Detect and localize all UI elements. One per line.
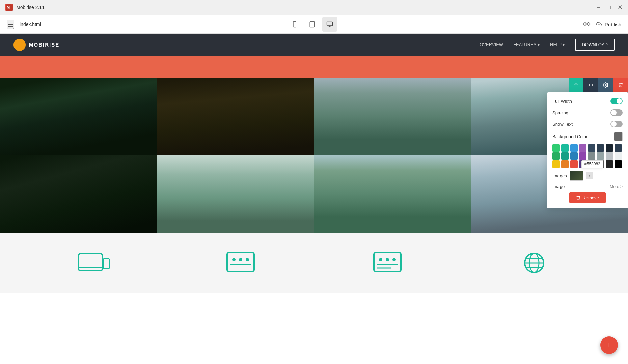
svg-point-32 [379, 258, 382, 261]
svg-rect-4 [310, 22, 314, 27]
gallery-row-1 [0, 78, 628, 155]
prev-image-button[interactable]: ‹ [586, 172, 593, 179]
app-logo: M [5, 4, 13, 11]
svg-point-21 [605, 84, 606, 86]
minimize-button[interactable]: − [597, 4, 601, 11]
remove-button[interactable]: Remove [569, 192, 605, 203]
menu-button[interactable]: ☰ [7, 20, 14, 29]
gallery-row-2 [0, 155, 628, 233]
color-cell[interactable] [588, 152, 595, 160]
color-cell[interactable] [561, 144, 569, 152]
show-text-label: Show Text [552, 122, 573, 127]
color-cell[interactable] [552, 160, 560, 168]
gallery-image-5 [0, 155, 157, 233]
upload-icon [596, 22, 602, 27]
svg-point-27 [232, 258, 236, 261]
full-width-label: Full Width [552, 99, 572, 104]
svg-rect-2 [293, 22, 296, 27]
svg-rect-6 [327, 22, 332, 26]
maximize-button[interactable]: □ [607, 4, 611, 11]
device-icon-3 [371, 251, 404, 275]
titlebar: M Mobirise 2.11 − □ ✕ [0, 0, 628, 15]
site-logo-text: MOBIRISE [29, 42, 59, 48]
nav-features[interactable]: FEATURES ▾ [513, 42, 540, 47]
site-logo: MOBIRISE [13, 39, 59, 51]
desktop-view-button[interactable] [322, 17, 337, 32]
color-cell[interactable] [552, 144, 560, 152]
color-cell[interactable] [606, 152, 613, 160]
site-logo-icon [13, 39, 26, 51]
trash-icon [618, 82, 623, 88]
full-width-row: Full Width [552, 98, 623, 104]
svg-line-19 [17, 47, 18, 47]
bg-color-swatch[interactable] [614, 132, 623, 141]
feature-icon-4 [514, 249, 554, 276]
color-cell[interactable] [597, 152, 604, 160]
close-button[interactable]: ✕ [618, 4, 623, 11]
spacing-toggle[interactable] [610, 109, 623, 116]
gallery-image-1 [0, 78, 157, 155]
code-icon [588, 82, 594, 88]
sort-button[interactable] [569, 78, 583, 92]
color-cell[interactable] [570, 152, 578, 160]
device-icon-1 [77, 251, 111, 275]
device-switcher [287, 17, 337, 32]
toolbar-left: ☰ index.html [7, 20, 41, 29]
app-title: Mobirise 2.11 [16, 5, 45, 10]
svg-text:M: M [7, 5, 10, 9]
hamburger-icon: ☰ [7, 21, 13, 28]
color-picker-container: #553982 [552, 144, 623, 168]
remove-icon [576, 195, 580, 200]
color-cell[interactable] [588, 144, 595, 152]
color-hex-display: #553982 [581, 160, 603, 168]
color-cell[interactable] [615, 144, 622, 152]
hero-section [0, 56, 628, 78]
more-link[interactable]: More > [610, 184, 623, 189]
delete-block-button[interactable] [613, 78, 628, 92]
color-cell[interactable] [597, 144, 604, 152]
color-cell[interactable] [615, 160, 622, 168]
color-cell[interactable] [561, 160, 569, 168]
color-cell[interactable] [552, 152, 560, 160]
svg-rect-22 [79, 254, 102, 271]
titlebar-left: M Mobirise 2.11 [5, 4, 45, 11]
svg-point-11 [18, 43, 22, 47]
publish-button[interactable]: Publish [596, 22, 621, 27]
svg-point-9 [586, 23, 588, 25]
svg-point-28 [239, 258, 242, 261]
color-cell[interactable] [615, 152, 622, 160]
color-cell[interactable] [570, 144, 578, 152]
publish-label: Publish [605, 22, 621, 27]
color-cell[interactable] [579, 144, 586, 152]
site-nav: OVERVIEW FEATURES ▾ HELP ▾ DOWNLOAD [480, 39, 615, 51]
settings-button[interactable] [598, 78, 613, 92]
gallery-image-6 [157, 155, 314, 233]
code-button[interactable] [583, 78, 598, 92]
site-navbar: MOBIRISE OVERVIEW FEATURES ▾ HELP ▾ DOWN… [0, 34, 628, 56]
full-width-toggle[interactable] [610, 98, 623, 104]
nav-overview[interactable]: OVERVIEW [480, 42, 503, 47]
add-block-button[interactable]: + [600, 336, 618, 354]
image-label-row: Image More > [552, 184, 623, 189]
feature-icon-1 [74, 249, 114, 276]
color-cell[interactable] [561, 152, 569, 160]
device-icon-2 [224, 251, 257, 275]
preview-button[interactable] [583, 21, 591, 28]
gallery-image-2 [157, 78, 314, 155]
color-cell[interactable] [606, 160, 613, 168]
gallery-section: Full Width Spacing Show Text Background … [0, 78, 628, 233]
image-label: Image [552, 184, 565, 189]
block-toolbar [569, 78, 628, 92]
svg-rect-26 [227, 253, 254, 271]
tablet-view-button[interactable] [305, 17, 320, 32]
mobile-view-button[interactable] [287, 17, 302, 32]
spacing-label: Spacing [552, 110, 568, 115]
color-cell[interactable] [579, 152, 586, 160]
color-cell[interactable] [606, 144, 613, 152]
nav-download[interactable]: DOWNLOAD [575, 39, 615, 51]
nav-help[interactable]: HELP ▾ [550, 42, 565, 47]
active-color-cell[interactable]: #553982 [579, 160, 586, 168]
mobile-icon [291, 21, 298, 28]
color-cell[interactable] [570, 160, 578, 168]
show-text-toggle[interactable] [610, 121, 623, 127]
